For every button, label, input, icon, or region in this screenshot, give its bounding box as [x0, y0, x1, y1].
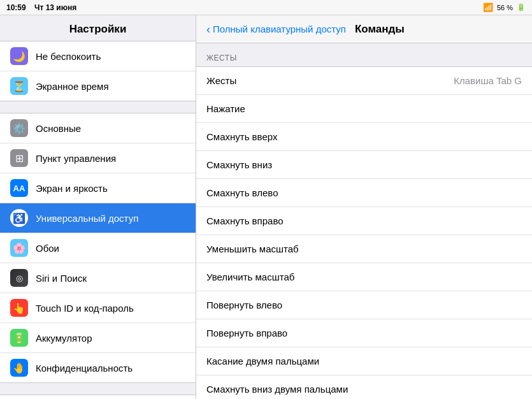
content-item-label: Смахнуть вправо	[206, 215, 284, 226]
nav-title: Команды	[355, 23, 405, 36]
list-item[interactable]: Смахнуть вниз двумя пальцами	[196, 375, 532, 399]
content-item-label: Уменьшить масштаб	[206, 243, 299, 254]
list-item[interactable]: Смахнуть вверх	[196, 123, 532, 151]
battery-icon: 🔋	[517, 3, 526, 11]
content-item-label: Смахнуть вниз двумя пальцами	[206, 384, 348, 395]
sidebar-item-wallpaper[interactable]: 🌸 Обои	[0, 233, 196, 263]
content-item-label: Жесты	[206, 75, 236, 86]
content-item-label: Нажатие	[206, 103, 245, 114]
sidebar-item-label: Конфиденциальность	[36, 363, 133, 374]
dnd-icon: 🌙	[10, 47, 28, 65]
sidebar-item-label: Основные	[36, 123, 81, 134]
list-item[interactable]: Смахнуть влево	[196, 179, 532, 207]
list-item[interactable]: Повернуть влево	[196, 291, 532, 319]
section-header: ЖЕСТЫ	[196, 43, 532, 66]
sidebar-item-label: Обои	[36, 243, 59, 254]
status-time: 10:59	[6, 3, 26, 12]
screentime-icon: ⏳	[10, 77, 28, 95]
list-item[interactable]: Смахнуть вниз	[196, 151, 532, 179]
wifi-icon: 📶	[483, 3, 493, 12]
nav-bar: ‹ Полный клавиатурный доступ Команды	[196, 15, 532, 43]
sidebar-item-battery[interactable]: 🔋 Аккумулятор	[0, 323, 196, 353]
sidebar-item-label: Touch ID и код-пароль	[36, 303, 134, 314]
list-item[interactable]: Смахнуть вправо	[196, 207, 532, 235]
sidebar-item-appstore[interactable]: 🅰 iTunes Store и App Store	[0, 395, 196, 399]
status-right: 📶 56 % 🔋	[483, 3, 526, 12]
content-item-label: Увеличить масштаб	[206, 272, 294, 282]
battery-icon: 🔋	[10, 329, 28, 347]
touchid-icon: 👆	[10, 299, 28, 317]
sidebar-item-privacy[interactable]: 🤚 Конфиденциальность	[0, 353, 196, 382]
list-item[interactable]: Нажатие	[196, 95, 532, 123]
sidebar-item-touchid[interactable]: 👆 Touch ID и код-пароль	[0, 293, 196, 323]
display-icon: AA	[10, 179, 28, 197]
sidebar-item-label: Не беспокоить	[36, 51, 101, 62]
privacy-icon: 🤚	[10, 359, 28, 377]
content-item-value: Клавиша Tab G	[454, 75, 522, 86]
list-item[interactable]: Касание двумя пальцами	[196, 347, 532, 375]
sidebar-item-label: Пункт управления	[36, 153, 116, 164]
content-item-label: Повернуть влево	[206, 300, 282, 310]
general-icon: ⚙️	[10, 119, 28, 137]
control-icon: ⊞	[10, 149, 28, 167]
status-date: Чт 13 июня	[34, 3, 76, 12]
sidebar-item-label: Аккумулятор	[36, 333, 92, 344]
chevron-left-icon: ‹	[206, 24, 210, 35]
sidebar-section-3: 🅰 iTunes Store и App Store 💳 Wallet и Ap…	[0, 395, 196, 399]
battery-level: 56 %	[497, 4, 513, 11]
sidebar-item-screentime[interactable]: ⏳ Экранное время	[0, 71, 196, 101]
list-item[interactable]: Повернуть вправо	[196, 319, 532, 347]
sidebar-item-dnd[interactable]: 🌙 Не беспокоить	[0, 41, 196, 71]
list-item[interactable]: Уменьшить масштаб	[196, 235, 532, 263]
accessibility-icon: ♿	[10, 209, 28, 227]
siri-icon: ◎	[10, 269, 28, 287]
sidebar-item-label: Экранное время	[36, 81, 109, 92]
status-time-date: 10:59 Чт 13 июня	[6, 3, 76, 12]
content-list: Жесты Клавиша Tab G Нажатие Смахнуть вве…	[196, 66, 532, 399]
sidebar-item-control[interactable]: ⊞ Пункт управления	[0, 143, 196, 173]
content-item-gestures[interactable]: Жесты Клавиша Tab G	[196, 67, 532, 95]
sidebar-item-general[interactable]: ⚙️ Основные	[0, 113, 196, 143]
content-item-label: Смахнуть вниз	[206, 159, 272, 170]
content-item-label: Смахнуть вверх	[206, 131, 277, 142]
sidebar-item-label: Экран и яркость	[36, 183, 108, 194]
content-item-label: Смахнуть влево	[206, 187, 278, 198]
nav-back-button[interactable]: ‹ Полный клавиатурный доступ	[206, 24, 346, 35]
list-item[interactable]: Увеличить масштаб	[196, 263, 532, 291]
status-bar: 10:59 Чт 13 июня 📶 56 % 🔋	[0, 0, 532, 15]
sidebar-title: Настройки	[0, 15, 196, 41]
sidebar-section-2: ⚙️ Основные ⊞ Пункт управления AA Экран …	[0, 113, 196, 383]
sidebar-item-label: Siri и Поиск	[36, 273, 87, 284]
content-item-label: Касание двумя пальцами	[206, 356, 319, 366]
content-area: ‹ Полный клавиатурный доступ Команды ЖЕС…	[196, 15, 532, 399]
content-item-label: Повернуть вправо	[206, 328, 287, 338]
main-layout: Настройки 🌙 Не беспокоить ⏳ Экранное вре…	[0, 15, 532, 399]
nav-back-label: Полный клавиатурный доступ	[213, 24, 346, 34]
sidebar-item-display[interactable]: AA Экран и яркость	[0, 173, 196, 203]
sidebar-section-1: 🌙 Не беспокоить ⏳ Экранное время	[0, 41, 196, 101]
sidebar: Настройки 🌙 Не беспокоить ⏳ Экранное вре…	[0, 15, 196, 399]
sidebar-item-label: Универсальный доступ	[36, 213, 138, 224]
sidebar-item-siri[interactable]: ◎ Siri и Поиск	[0, 263, 196, 293]
sidebar-item-accessibility[interactable]: ♿ Универсальный доступ	[0, 203, 196, 233]
wallpaper-icon: 🌸	[10, 239, 28, 257]
